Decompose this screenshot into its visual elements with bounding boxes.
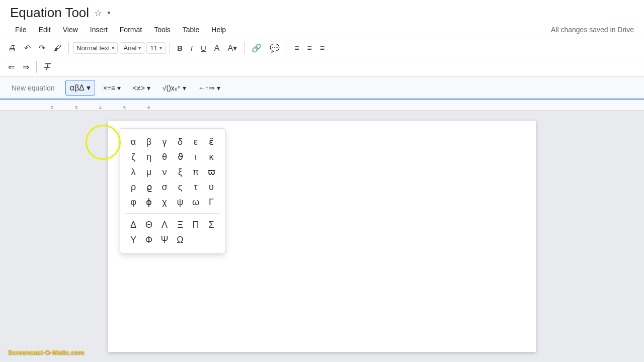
greek-upsilon[interactable]: υ <box>204 180 218 194</box>
font-arrow: ▾ <box>138 45 141 51</box>
greek-lambda[interactable]: λ <box>126 165 140 179</box>
menu-format[interactable]: Format <box>115 23 147 37</box>
menu-file[interactable]: File <box>10 23 32 37</box>
font-color-button[interactable]: A <box>211 42 223 55</box>
align-center-icon[interactable]: ≡ <box>304 42 315 55</box>
undo-icon[interactable]: ↶ <box>21 41 34 55</box>
paragraph-style-select[interactable]: Normal text ▾ <box>73 42 118 54</box>
title-bar: Equation Tool ☆ ▪ <box>0 0 644 21</box>
greek-chi[interactable]: χ <box>157 195 172 209</box>
greek-tau[interactable]: τ <box>189 180 203 194</box>
font-size-arrow: ▾ <box>159 45 162 51</box>
paint-format-icon[interactable]: 🖌 <box>50 42 64 55</box>
separator-5 <box>36 61 37 73</box>
font-select[interactable]: Arial ▾ <box>120 42 144 54</box>
greek-phi[interactable]: φ <box>126 195 140 209</box>
redo-icon[interactable]: ↷ <box>36 41 48 55</box>
print-icon[interactable]: 🖨 <box>5 42 19 55</box>
greek-Lambda[interactable]: Λ <box>157 218 172 232</box>
ruler-marks: 2 3 4 5 6 <box>30 105 151 110</box>
font-size-select[interactable]: 11 ▾ <box>146 42 165 54</box>
align-left-icon[interactable]: ≡ <box>291 42 302 55</box>
greek-nu[interactable]: ν <box>157 165 172 179</box>
equation-bar: New equation αβΔ ▾ ×÷≡ ▾ <≠> ▾ √()x₀ᵅ ▾ … <box>0 77 644 100</box>
greek-iota[interactable]: ι <box>189 150 203 164</box>
decrease-indent-icon[interactable]: ⇐ <box>5 60 18 74</box>
increase-indent-icon[interactable]: ⇒ <box>20 60 32 74</box>
greek-lowercase-grid: α β γ δ ε ε̃ ζ η θ ϑ ι κ λ μ ν ξ π ϖ ρ ϱ… <box>126 135 219 247</box>
greek-beta[interactable]: β <box>142 135 156 149</box>
document-title[interactable]: Equation Tool <box>10 5 89 21</box>
greek-gamma[interactable]: γ <box>157 135 172 149</box>
menu-insert[interactable]: Insert <box>85 23 113 37</box>
align-right-icon[interactable]: ≡ <box>317 42 328 55</box>
greek-sigma[interactable]: σ <box>157 180 172 194</box>
arrows-dropdown[interactable]: ←↑⇒ ▾ <box>194 82 224 94</box>
highlight-color-button[interactable]: A▾ <box>224 41 240 55</box>
greek-divider <box>126 213 219 214</box>
ruler: 2 3 4 5 6 <box>0 100 644 111</box>
greek-Gamma[interactable]: Γ <box>204 195 218 209</box>
ruler-mark-2: 2 <box>30 105 54 110</box>
menu-view[interactable]: View <box>58 23 83 37</box>
font-value: Arial <box>123 44 136 52</box>
greek-pi[interactable]: π <box>189 165 203 179</box>
underline-button[interactable]: U <box>198 42 209 54</box>
italic-button[interactable]: I <box>188 42 196 54</box>
greek-Theta[interactable]: Θ <box>142 218 156 232</box>
menu-tools[interactable]: Tools <box>149 23 176 37</box>
greek-Pi[interactable]: Π <box>189 218 203 232</box>
greek-letters-dropdown[interactable]: αβΔ ▾ <box>65 80 95 96</box>
separator-4 <box>287 42 287 54</box>
folder-icon[interactable]: ▪ <box>107 8 110 18</box>
bold-button[interactable]: B <box>174 42 186 54</box>
greek-alpha[interactable]: α <box>126 135 140 149</box>
ruler-mark-3: 3 <box>54 105 78 110</box>
greek-varpi[interactable]: ϖ <box>204 165 218 179</box>
comment-icon[interactable]: 💬 <box>267 41 283 55</box>
greek-epsilon[interactable]: ε <box>189 135 203 149</box>
font-size-value: 11 <box>150 44 157 52</box>
greek-varsigma[interactable]: ς <box>173 180 187 194</box>
greek-mu[interactable]: μ <box>142 165 156 179</box>
greek-Upsilon[interactable]: Υ <box>126 233 140 247</box>
greek-delta[interactable]: δ <box>173 135 187 149</box>
toolbar-2: ⇐ ⇒ T̶ <box>0 57 644 77</box>
clear-format-icon[interactable]: T̶ <box>41 59 52 74</box>
star-icon[interactable]: ☆ <box>94 8 102 19</box>
new-equation-button[interactable]: New equation <box>5 80 61 96</box>
greek-Delta[interactable]: Δ <box>126 218 140 232</box>
greek-Phi[interactable]: Φ <box>142 233 156 247</box>
greek-eta[interactable]: η <box>142 150 156 164</box>
greek-kappa[interactable]: κ <box>204 150 218 164</box>
relations-dropdown[interactable]: <≠> ▾ <box>129 82 154 94</box>
greek-psi[interactable]: ψ <box>173 195 187 209</box>
greek-varrho[interactable]: ϱ <box>142 180 156 194</box>
paragraph-style-arrow: ▾ <box>112 45 114 51</box>
menu-table[interactable]: Table <box>178 23 204 37</box>
link-icon[interactable]: 🔗 <box>249 41 265 55</box>
greek-omega[interactable]: ω <box>189 195 203 209</box>
greek-zeta[interactable]: ζ <box>126 150 140 164</box>
separator-1 <box>68 42 69 54</box>
greek-dropdown-arrow: ▾ <box>87 83 91 93</box>
greek-varepsilon[interactable]: ε̃ <box>204 135 218 149</box>
math-label: √()x₀ᵅ <box>163 84 181 92</box>
content-area: 5 3 <box>0 111 644 362</box>
greek-varphi[interactable]: ϕ <box>142 195 156 209</box>
math-dropdown[interactable]: √()x₀ᵅ ▾ <box>158 82 190 94</box>
greek-theta[interactable]: θ <box>157 150 172 164</box>
drive-status: All changes saved in Drive <box>551 26 634 34</box>
greek-vartheta[interactable]: ϑ <box>173 150 187 164</box>
operators-dropdown[interactable]: ×÷≡ ▾ <box>99 82 125 94</box>
greek-Psi[interactable]: Ψ <box>157 233 172 247</box>
greek-Omega[interactable]: Ω <box>173 233 187 247</box>
menu-help[interactable]: Help <box>206 23 231 37</box>
greek-Sigma[interactable]: Σ <box>204 218 218 232</box>
greek-xi[interactable]: ξ <box>173 165 187 179</box>
menu-edit[interactable]: Edit <box>34 23 56 37</box>
greek-Xi[interactable]: Ξ <box>173 218 187 232</box>
menu-bar: File Edit View Insert Format Tools Table… <box>0 21 644 39</box>
greek-rho[interactable]: ρ <box>126 180 140 194</box>
ruler-mark-5: 5 <box>103 105 127 110</box>
